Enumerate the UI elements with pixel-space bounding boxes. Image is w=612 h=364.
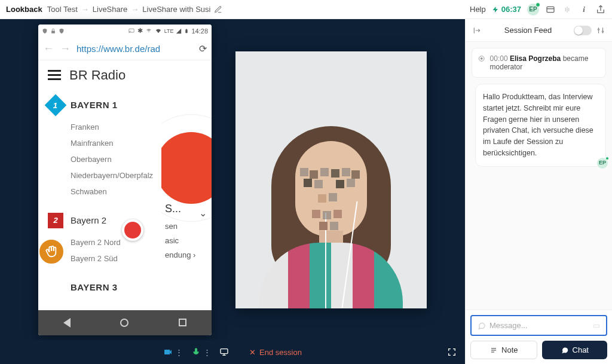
help-link[interactable]: Help (470, 5, 486, 14)
end-session-button[interactable]: ✕ End session (249, 348, 302, 357)
substation-link[interactable]: Franken (71, 119, 152, 135)
shield-icon (59, 27, 65, 35)
more-icon[interactable]: ⋮ (175, 348, 183, 357)
stage-wrap: ✱ LTE 14:28 ← → https://www.br.de/rad ⟳ (0, 19, 465, 364)
mic-toggle[interactable]: ⋮ (191, 347, 211, 357)
session-controls: ⋮ ⋮ ✕ End session (0, 340, 465, 364)
shield-icon (42, 27, 48, 35)
svg-rect-5 (221, 349, 228, 354)
forward-icon[interactable]: → (60, 42, 71, 55)
message-placeholder: Message... (489, 321, 589, 330)
edit-icon[interactable] (214, 5, 222, 14)
feed-event: 00:00 Elisa Pogrzeba became moderator (472, 48, 606, 78)
phone-webpage: BR Radio S... ⌄ sen asic endung › (38, 60, 212, 310)
station-logo-bayern1-icon: 1 (45, 94, 67, 116)
breadcrumb: Lookback Tool Test → LiveShare → LiveSha… (6, 5, 222, 14)
battery-icon (184, 27, 189, 35)
waveform-icon[interactable] (562, 4, 573, 15)
collapse-sidebar-icon[interactable] (472, 25, 482, 36)
phone-clock: 14:28 (191, 27, 208, 35)
station-name: BAYERN 1 (71, 100, 117, 110)
fullscreen-button[interactable] (447, 347, 457, 357)
substation-link[interactable]: Schwaben (71, 183, 152, 200)
screen-toggle[interactable] (219, 347, 229, 357)
sidebar-header: Session Feed (466, 19, 612, 42)
share-icon[interactable] (595, 4, 606, 15)
cast-icon (128, 28, 135, 34)
behind-title: S... (165, 203, 181, 215)
station-head[interactable]: BAYERN 3 (38, 274, 161, 301)
card-icon[interactable] (545, 4, 556, 15)
chevron-right-icon: → (81, 5, 89, 14)
android-back-icon[interactable] (63, 318, 71, 328)
chevron-down-icon[interactable]: ⌄ (199, 207, 207, 219)
info-icon[interactable]: i (579, 4, 589, 15)
station-block-bayern3: BAYERN 3 (38, 270, 161, 305)
camera-toggle[interactable]: ⋮ (163, 347, 183, 357)
note-icon (489, 347, 498, 354)
note-label: Note (501, 345, 518, 354)
chat-icon (561, 346, 569, 354)
substation-link[interactable]: Niederbayern/Oberpfalz (71, 167, 152, 183)
substation-link[interactable]: Oberbayern (71, 151, 152, 167)
android-home-icon[interactable] (120, 319, 128, 327)
chat-author-avatar: EP (597, 158, 608, 169)
main-area: ✱ LTE 14:28 ← → https://www.br.de/rad ⟳ (0, 19, 612, 364)
station-head[interactable]: 1 BAYERN 1 (38, 91, 161, 119)
svg-rect-4 (186, 29, 187, 29)
record-icon (478, 54, 485, 63)
bluetooth-icon: ✱ (137, 27, 143, 35)
substation-link[interactable]: Bayern 2 Süd (71, 250, 152, 267)
crumb-project[interactable]: Tool Test (47, 5, 78, 14)
station-drawer: 1 BAYERN 1 Franken Mainfranken Oberbayer… (38, 88, 161, 310)
feed-body: 00:00 Elisa Pogrzeba became moderator Ha… (466, 42, 612, 310)
hamburger-icon[interactable] (48, 70, 61, 80)
top-right-actions: Help 06:37 EP i (470, 4, 606, 16)
chat-button[interactable]: Chat (542, 341, 608, 359)
timestamp-chip-icon[interactable]: ▭ (593, 321, 600, 330)
chat-icon (478, 322, 486, 330)
svg-point-7 (602, 30, 603, 32)
crumb-session[interactable]: LiveShare with Susi (142, 5, 210, 14)
event-actor: Elisa Pogrzeba (510, 54, 561, 63)
reload-icon[interactable]: ⟳ (199, 43, 207, 54)
note-button[interactable]: Note (470, 341, 537, 359)
top-bar: Lookback Tool Test → LiveShare → LiveSha… (0, 0, 612, 19)
substation-link[interactable]: Mainfranken (71, 135, 152, 151)
back-icon[interactable]: ← (43, 42, 54, 55)
session-timer: 06:37 (492, 5, 521, 14)
station-head[interactable]: BRKLASSIK BR-KLASSIK (38, 308, 161, 310)
feed-toggle[interactable] (574, 26, 592, 35)
session-feed-sidebar: Session Feed 00:00 Elisa Pogrzeba became… (465, 19, 612, 364)
browser-address-bar: ← → https://www.br.de/rad ⟳ (38, 38, 212, 60)
message-input[interactable]: Message... ▭ (470, 315, 607, 336)
behind-line: sen (165, 222, 178, 231)
chevron-right-icon: → (131, 5, 139, 14)
stage: ✱ LTE 14:28 ← → https://www.br.de/rad ⟳ (0, 19, 465, 340)
bolt-icon (492, 5, 499, 14)
avatar[interactable]: EP (527, 4, 539, 16)
brand-name[interactable]: Lookback (6, 5, 42, 14)
page-header: BR Radio (38, 60, 212, 88)
behind-line[interactable]: endung › (165, 250, 195, 259)
timer-value: 06:37 (501, 5, 521, 14)
chat-bubble: Hallo Produktteam, das Interview startet… (475, 84, 606, 167)
android-recents-icon[interactable] (179, 319, 186, 326)
svg-point-6 (598, 29, 599, 30)
signal-icon (176, 28, 182, 34)
crumb-section[interactable]: LiveShare (93, 5, 128, 14)
svg-rect-3 (186, 29, 188, 33)
station-block-bayern1: 1 BAYERN 1 Franken Mainfranken Oberbayer… (38, 88, 161, 203)
touch-indicator-icon (38, 238, 65, 265)
sidebar-title: Session Feed (482, 26, 574, 35)
microphone-icon (191, 347, 201, 357)
station-name: BAYERN 3 (71, 282, 117, 292)
url-field[interactable]: https://www.br.de/rad (76, 44, 193, 54)
android-nav-bar (38, 310, 212, 335)
participant-phone-screen: ✱ LTE 14:28 ← → https://www.br.de/rad ⟳ (38, 25, 212, 335)
svg-rect-2 (128, 29, 133, 32)
expand-icon (447, 347, 457, 357)
settings-icon[interactable] (595, 25, 606, 36)
more-icon[interactable]: ⋮ (203, 348, 211, 357)
station-name: Bayern 2 (71, 215, 106, 225)
